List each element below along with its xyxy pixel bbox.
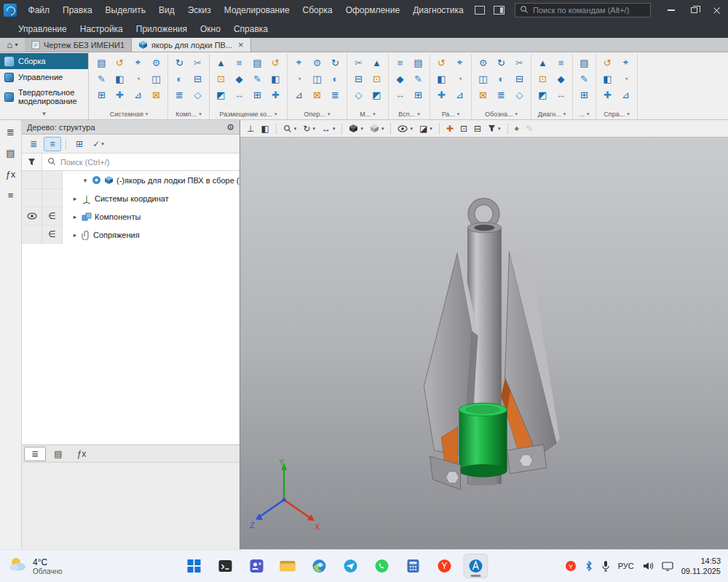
ribbon-button[interactable]: ▤ [409,55,427,71]
ribbon-button[interactable]: ⊿ [290,87,308,103]
kompas-icon[interactable] [464,554,488,578]
viewport-normal-view[interactable]: ⊥ [244,121,257,136]
ribbon-button[interactable]: ▤ [248,55,266,71]
ribbon-button[interactable]: ≡ [230,55,248,71]
ribbon-button[interactable]: ✚ [266,87,285,103]
ribbon-group-label[interactable]: М...▾ [349,109,386,119]
viewport-clip-view[interactable]: ◪▾ [416,121,435,136]
ribbon-button[interactable]: ◧ [111,71,129,87]
ribbon-button[interactable]: ↻ [326,55,344,71]
ribbon-button[interactable]: ⊞ [92,87,111,103]
tree-search-input[interactable] [60,158,234,167]
ribbon-button[interactable]: ◩ [368,87,386,103]
ribbon-button[interactable]: ◆ [391,71,409,87]
ribbon-button[interactable]: ⚙ [474,55,492,71]
ribbon-button[interactable]: ⊡ [534,71,552,87]
ribbon-group-label[interactable]: Ра...▾ [432,109,469,119]
command-search[interactable] [515,3,651,17]
ribbon-button[interactable]: ⊿ [617,87,635,103]
ribbon-collapse-icon[interactable]: ▾ [0,110,88,117]
ribbon-button[interactable]: ⌖ [290,55,308,71]
ribbon-button[interactable]: ▲ [368,55,386,71]
tree-row-1[interactable]: ▸Системы координат [22,189,240,207]
show-document-icon[interactable] [475,6,486,15]
ribbon-button[interactable]: ◫ [147,71,165,87]
ribbon-group-label[interactable]: ...▾ [575,109,593,119]
bluetooth-icon[interactable] [585,560,593,572]
ribbon-button[interactable]: ⊟ [189,71,207,87]
close-button[interactable] [705,0,728,20]
edge-icon[interactable] [307,554,332,578]
menu-item-4[interactable]: Эскиз [181,1,218,20]
ribbon-group-label[interactable]: Размещение ко...▾ [212,109,285,119]
ribbon-button[interactable]: ⌖ [617,55,635,71]
ribbon-group-label[interactable]: Комп...▾ [170,109,207,119]
ribbon-button[interactable]: ✂ [510,55,529,71]
viewport-rotate[interactable]: ↻▾ [300,121,318,136]
ribbon-group-label[interactable]: Опер...▾ [290,109,344,119]
menu-item2-2[interactable]: Приложения [130,20,194,39]
tree-row-3[interactable]: ∈▸Сопряжения [22,226,240,244]
tree-row-0[interactable]: ▾(-)якорь для лодки ПВХ в сборе (Те... [22,171,240,189]
calculator-icon[interactable] [401,554,426,578]
ribbon-button[interactable]: ↔ [552,87,570,103]
ribbon-button[interactable]: ↺ [432,55,451,71]
tree-toolbar-composition-view[interactable]: ≡ [44,137,61,151]
ribbon-group-label[interactable]: Спра...▾ [598,109,635,119]
terminal-icon[interactable] [213,554,238,578]
ribbon-button[interactable]: ↺ [598,55,617,71]
ribbon-button[interactable]: ⊿ [129,87,147,103]
expander-icon[interactable]: ▸ [71,231,79,239]
menu-item-8[interactable]: Диагностика [406,1,470,20]
mode-1[interactable]: Управление [0,69,88,85]
ribbon-button[interactable]: ⊠ [474,87,492,103]
ribbon-group-label[interactable]: Диагн...▾ [534,109,570,119]
ribbon-button[interactable]: ◫ [474,71,492,87]
ribbon-group-label[interactable]: Всп...▾ [391,109,427,119]
ribbon-button[interactable]: ✚ [111,87,129,103]
ribbon-button[interactable]: ◐ [170,71,189,87]
ribbon-button[interactable]: ↻ [492,55,510,71]
ribbon-button[interactable]: ✚ [598,87,617,103]
yandex-tray-icon[interactable]: Y [565,560,577,572]
menu-item-2[interactable]: Выделить [99,1,152,20]
tree-row-2[interactable]: ∈▸Компоненты [22,207,240,226]
expander-icon[interactable]: ▾ [82,177,89,184]
menu-item2-4[interactable]: Справка [227,20,274,39]
ribbon-button[interactable]: ↺ [111,55,129,71]
volume-icon[interactable] [642,561,654,571]
viewport-pan[interactable]: ↔▾ [319,121,339,136]
ribbon-button[interactable]: ≡ [552,55,570,71]
weather-widget[interactable]: 4°C Облачно [7,556,63,576]
structure-tab[interactable]: ≣ [24,447,46,461]
ribbon-button[interactable]: ◧ [432,71,451,87]
ribbon-button[interactable]: ▲ [212,55,230,71]
menu-item-5[interactable]: Моделирование [218,1,296,20]
strip-main-menu[interactable]: ≡ [2,187,20,203]
ribbon-button[interactable]: ⌖ [129,55,147,71]
viewport-fix-component[interactable]: ⊡ [457,121,470,136]
ribbon-button[interactable]: ✚ [432,87,451,103]
app-logo-icon[interactable] [4,4,17,17]
3d-viewport[interactable]: Y X Z [240,137,728,549]
tree-search-field[interactable] [42,154,240,170]
microphone-icon[interactable] [601,560,610,572]
ribbon-button[interactable]: ⊟ [510,71,529,87]
expander-icon[interactable]: ▸ [71,213,79,220]
viewport-orientation[interactable]: ▾ [346,121,366,136]
ribbon-button[interactable]: ↔ [391,87,409,103]
ribbon-button[interactable]: ◐ [492,71,510,87]
ribbon-button[interactable]: ⌖ [451,55,469,71]
viewport-display-mode[interactable]: ▾ [367,121,387,136]
ribbon-button[interactable]: ≡ [391,55,409,71]
yandex-icon[interactable]: Y [432,554,457,578]
ribbon-button[interactable]: ▲ [534,55,552,71]
ribbon-button[interactable]: ✎ [248,71,266,87]
ribbon-button[interactable]: ◔ [451,71,469,87]
ribbon-button[interactable]: ≣ [326,87,344,103]
command-search-input[interactable] [533,6,646,15]
language-indicator[interactable]: РУС [618,562,634,570]
document-tab-1[interactable]: якорь для лодки ПВ...× [132,38,251,52]
strip-parameters-panel[interactable]: ▤ [2,145,20,161]
menu-item2-1[interactable]: Настройка [74,20,130,39]
